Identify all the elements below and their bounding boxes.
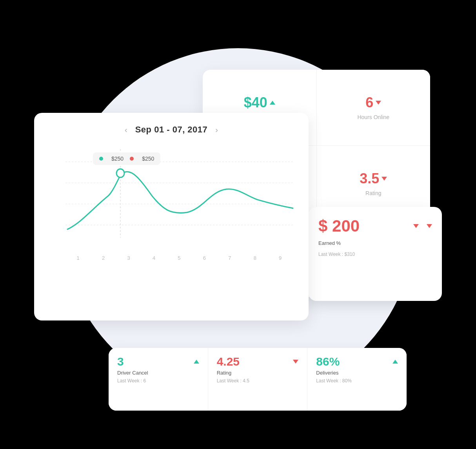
x-label-8: 8 [254,255,256,261]
x-label-9: 9 [279,255,282,261]
bottom-cell-deliveries-top: 86% [316,355,398,368]
bottom-cell-driver-cancel-top: 3 [117,355,199,368]
stat-cell-hours: 6 Hours Online [317,70,431,145]
stat-value-earned: $40 [244,94,275,111]
scene: $40 Earned 6 Hours Online $20 Earned % 3… [22,19,454,430]
bottom-cell-driver-cancel: 3 Driver Cancel Last Week : 6 [109,348,208,411]
bottom-label-rating: Rating [217,370,299,376]
prev-arrow-button[interactable]: ‹ [125,125,127,134]
stat-label-rating: Rating [365,190,381,196]
detail-card: $ 200 Earned % Last Week : $310 [309,207,442,301]
arrow-up-driver-cancel-icon [194,360,199,364]
detail-top-row: $ 200 [318,217,432,235]
x-label-2: 2 [102,255,105,261]
tooltip-dot-red [130,157,134,161]
detail-value: $ 200 [318,217,360,235]
bottom-stats-card: 3 Driver Cancel Last Week : 6 4.25 Ratin… [109,348,407,411]
x-label-4: 4 [153,255,155,261]
detail-sublabel: Last Week : $310 [318,252,432,257]
chart-card: ‹ Sep 01 - 07, 2017 › $250 $250 [34,113,309,320]
arrow-up-deliveries-icon [392,360,398,364]
line-chart-svg [46,141,297,250]
arrow-down-rating-icon [293,360,298,364]
tooltip-dot-green [99,157,103,161]
bottom-value-rating: 4.25 [217,355,240,368]
chart-tooltip: $250 $250 [93,152,160,165]
x-label-1: 1 [77,255,80,261]
arrow-up-icon [270,101,275,105]
arrow-down-left-icon [413,224,419,228]
x-label-5: 5 [178,255,180,261]
next-arrow-button[interactable]: › [215,125,218,134]
chart-area: $250 $250 1 2 3 [46,141,297,282]
bottom-cell-rating-top: 4.25 [217,355,299,368]
bottom-sublabel-deliveries: Last Week : 80% [316,378,398,384]
svg-point-5 [116,169,124,177]
tooltip-value-1: $250 [111,156,124,162]
bottom-sublabel-rating: Last Week : 4.5 [217,378,299,384]
chart-header: ‹ Sep 01 - 07, 2017 › [46,125,297,135]
tooltip-value-2: $250 [142,156,154,162]
bottom-label-driver-cancel: Driver Cancel [117,370,199,376]
bottom-value-driver-cancel: 3 [117,355,124,368]
stat-value-rating: 3.5 [360,170,387,187]
bottom-value-deliveries: 86% [316,355,340,368]
stat-value-hours: 6 [365,94,381,111]
bottom-cell-rating: 4.25 Rating Last Week : 4.5 [208,348,307,411]
date-range-label: Sep 01 - 07, 2017 [135,125,208,135]
x-label-6: 6 [203,255,206,261]
arrow-down-icon [376,101,381,105]
stat-label-hours: Hours Online [357,114,389,120]
bottom-cell-deliveries: 86% Deliveries Last Week : 80% [307,348,407,411]
x-label-7: 7 [228,255,231,261]
x-axis-labels: 1 2 3 4 5 6 7 8 9 [46,252,297,261]
arrow-down-icon-3 [382,177,387,181]
detail-label: Earned % [318,240,432,246]
bottom-label-deliveries: Deliveries [316,370,398,376]
x-label-3: 3 [127,255,130,261]
bottom-sublabel-driver-cancel: Last Week : 6 [117,378,199,384]
arrow-down-right-icon [427,224,432,228]
